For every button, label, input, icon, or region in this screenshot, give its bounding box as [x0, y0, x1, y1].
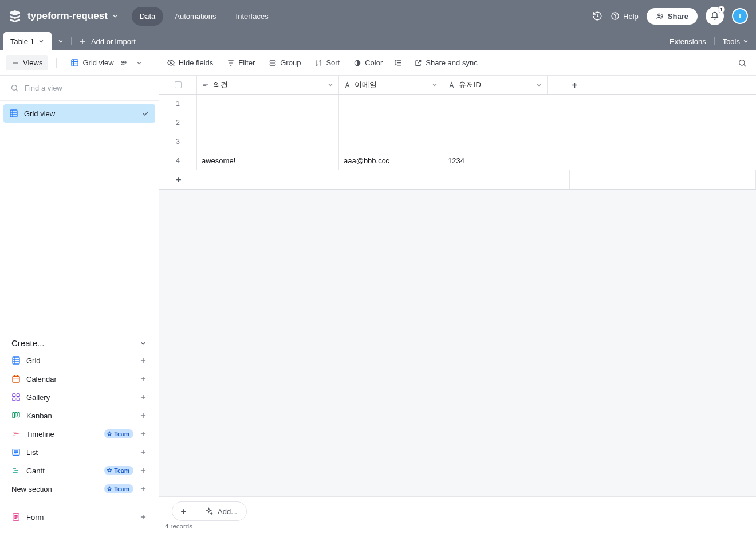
create-new-section[interactable]: New section Team — [9, 480, 149, 498]
table-tab[interactable]: Table 1 — [3, 32, 52, 50]
app-header: typeform-request Data Automations Interf… — [0, 0, 756, 32]
views-label: Views — [23, 58, 42, 67]
cell[interactable] — [339, 113, 443, 132]
tools-link[interactable]: Tools — [723, 37, 749, 46]
plus-icon[interactable] — [139, 467, 147, 475]
history-icon[interactable] — [592, 11, 603, 21]
svg-rect-8 — [270, 64, 275, 65]
add-column-button[interactable] — [548, 76, 601, 94]
row-height-button[interactable] — [391, 55, 406, 70]
footer-add-button[interactable]: Add... — [195, 501, 246, 521]
grid-area: 의견 이메일 유저ID 1 — [159, 76, 756, 533]
plus-icon[interactable] — [139, 356, 147, 365]
column-header[interactable]: 이메일 — [339, 76, 443, 94]
chevron-down-icon — [38, 38, 45, 45]
cell[interactable]: awesome! — [197, 151, 339, 170]
nav-tab-automations[interactable]: Automations — [167, 7, 224, 26]
color-label: Color — [365, 58, 383, 67]
create-calendar[interactable]: Calendar — [9, 370, 149, 388]
extensions-link[interactable]: Extensions — [670, 37, 706, 46]
footer-plus-button[interactable] — [172, 501, 195, 521]
column-menu-chevron-icon[interactable] — [536, 81, 542, 88]
add-row[interactable] — [159, 170, 756, 189]
create-form[interactable]: Form — [9, 508, 149, 526]
create-list[interactable]: List — [9, 443, 149, 461]
create-newsection-label: New section — [11, 485, 99, 493]
plus-icon[interactable] — [139, 375, 147, 383]
column-menu-chevron-icon[interactable] — [327, 81, 334, 88]
team-badge: Team — [104, 429, 133, 438]
select-all-cell[interactable] — [159, 76, 197, 94]
cell[interactable] — [443, 132, 548, 151]
cell[interactable] — [339, 95, 443, 113]
column-label: 이메일 — [355, 80, 431, 90]
cell[interactable] — [197, 95, 339, 113]
checkbox-icon[interactable] — [175, 81, 182, 88]
search-records-button[interactable] — [734, 55, 750, 71]
plus-icon[interactable] — [139, 485, 147, 493]
cell[interactable] — [197, 132, 339, 151]
list-icon — [11, 448, 21, 457]
help-label: Help — [623, 12, 639, 21]
help-button[interactable]: Help — [611, 11, 639, 21]
svg-rect-21 — [18, 413, 19, 417]
nav-tab-data[interactable]: Data — [132, 7, 163, 26]
find-view-input[interactable] — [0, 76, 159, 101]
add-row-plus-icon[interactable] — [159, 175, 197, 184]
cell[interactable] — [443, 95, 548, 113]
plus-icon[interactable] — [139, 411, 147, 420]
create-gantt-label: Gantt — [26, 467, 99, 475]
avatar[interactable]: I — [732, 8, 748, 24]
notifications-button[interactable]: 1 — [706, 7, 724, 25]
cell[interactable] — [443, 113, 548, 132]
chevron-down-icon — [139, 339, 147, 347]
team-badge: Team — [104, 466, 133, 475]
cell[interactable]: aaa@bbb.ccc — [339, 151, 443, 170]
table-row[interactable]: 3 — [159, 132, 756, 151]
create-header[interactable]: Create... — [9, 332, 149, 351]
column-header[interactable]: 의견 — [197, 76, 339, 94]
color-button[interactable]: Color — [348, 55, 388, 70]
create-timeline[interactable]: Timeline Team — [9, 425, 149, 443]
svg-point-5 — [121, 61, 124, 63]
app-title-chevron-icon[interactable] — [111, 12, 119, 20]
table-row[interactable]: 4 awesome! aaa@bbb.ccc 1234 — [159, 151, 756, 170]
column-header[interactable]: 유저ID — [443, 76, 548, 94]
create-gallery[interactable]: Gallery — [9, 388, 149, 406]
table-row[interactable]: 1 — [159, 95, 756, 113]
cell[interactable] — [339, 132, 443, 151]
sort-button[interactable]: Sort — [309, 55, 345, 70]
plus-icon — [78, 37, 86, 45]
table-row[interactable]: 2 — [159, 113, 756, 132]
nav-tabs: Data Automations Interfaces — [132, 7, 277, 26]
grid-icon — [11, 356, 21, 365]
nav-tab-interfaces[interactable]: Interfaces — [228, 7, 277, 26]
app-title[interactable]: typeform-request — [27, 10, 108, 22]
cell[interactable] — [197, 113, 339, 132]
share-button[interactable]: Share — [647, 8, 698, 25]
chevron-down-icon[interactable] — [136, 60, 143, 66]
group-button[interactable]: Group — [263, 55, 306, 70]
view-toolbar: Views Grid view Hide fields Filter Group… — [0, 50, 756, 76]
create-grid[interactable]: Grid — [9, 351, 149, 370]
table-tabs-menu-button[interactable] — [52, 32, 70, 50]
add-or-import-button[interactable]: Add or import — [73, 32, 141, 50]
plus-icon[interactable] — [139, 393, 147, 401]
create-kanban[interactable]: Kanban — [9, 406, 149, 425]
plus-icon[interactable] — [139, 448, 147, 456]
create-gantt[interactable]: Gantt Team — [9, 461, 149, 480]
share-label: Share — [668, 12, 688, 21]
find-view-field[interactable] — [25, 84, 148, 92]
plus-icon[interactable] — [139, 513, 147, 521]
people-icon[interactable] — [120, 59, 128, 67]
svg-rect-4 — [72, 60, 78, 66]
sidebar-view-grid[interactable]: Grid view — [3, 104, 155, 123]
plus-icon[interactable] — [139, 430, 147, 438]
cell[interactable]: 1234 — [443, 151, 548, 170]
column-menu-chevron-icon[interactable] — [431, 81, 438, 88]
share-sync-button[interactable]: Share and sync — [408, 55, 483, 70]
grid-view-name[interactable]: Grid view — [65, 55, 148, 70]
filter-button[interactable]: Filter — [221, 55, 261, 70]
views-button[interactable]: Views — [6, 55, 48, 70]
hide-fields-button[interactable]: Hide fields — [161, 55, 219, 70]
